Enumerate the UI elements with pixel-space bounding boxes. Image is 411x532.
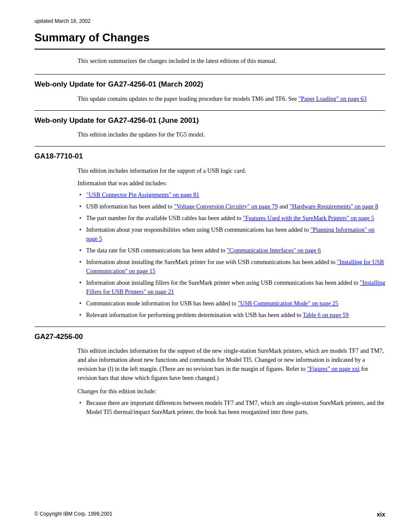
ga27-changes-intro: Changes for this edition include: [78, 387, 385, 396]
responsibilities-text: Information about your responsibilities … [86, 227, 310, 233]
ga27-bullet1: Because there are important differences … [86, 400, 384, 415]
hardware-req-link[interactable]: "Hardware Requirements" on page 8 [290, 203, 378, 210]
figures-link[interactable]: "Figures" on page xxi [307, 366, 359, 372]
list-item: Information about installing fillers for… [78, 278, 385, 296]
list-item: Information about your responsibilities … [78, 225, 385, 243]
divider-4 [34, 327, 385, 327]
page-title: Summary of Changes [34, 29, 385, 50]
intro-text: This section summarizes the changes incl… [78, 56, 385, 65]
list-item: USB information has been added to "Volta… [78, 202, 385, 211]
ga18-bullet-list: "USB Connector Pin Assignments" on page … [78, 190, 385, 320]
installing-text: Information about installing the SureMar… [86, 259, 337, 265]
usb-connector-link[interactable]: "USB Connector Pin Assignments" on page … [86, 192, 199, 198]
section-heading-ga27: GA27-4256-00 [34, 331, 385, 342]
communication-interfaces-link[interactable]: "Communication Interfaces" on page 6 [227, 247, 321, 254]
comm-mode-text: Communication mode information for USB h… [86, 300, 238, 307]
data-rate-text: The data rate for USB communications has… [86, 247, 227, 254]
list-item: The part number for the available USB ca… [78, 214, 385, 223]
list-item: Communication mode information for USB h… [78, 299, 385, 308]
part-number-text: The part number for the available USB ca… [86, 215, 243, 221]
web-march-text: This update contains updates to the pape… [78, 96, 299, 102]
section-content-web-march-2002: This update contains updates to the pape… [78, 94, 385, 103]
section-heading-ga18: GA18-7710-01 [34, 151, 385, 162]
updated-date: updated March 18, 2002 [34, 17, 385, 25]
ga18-intro1: This edition includes information for th… [78, 166, 385, 175]
ga27-para1: This edition includes information for th… [78, 346, 385, 383]
voltage-conversion-link[interactable]: "Voltage Conversion Circuitry" on page 7… [174, 203, 278, 210]
section-content-ga18: This edition includes information for th… [78, 166, 385, 320]
divider-2 [34, 110, 385, 111]
section-heading-web-march-2002: Web-only Update for GA27-4256-01 (March … [34, 79, 385, 90]
section-heading-web-june-2001: Web-only Update for GA27-4256-01 (June 2… [34, 115, 385, 126]
list-item: The data rate for USB communications has… [78, 246, 385, 255]
web-june-text: This edition includes the updates for th… [78, 131, 205, 138]
table6-link[interactable]: Table 6 on page 59 [303, 312, 349, 318]
relevant-text: Relevant information for performing prob… [86, 312, 303, 318]
list-item: Because there are important differences … [78, 398, 385, 417]
divider-1 [34, 74, 385, 75]
and-text: and [278, 203, 290, 210]
ga27-bullet-list: Because there are important differences … [78, 398, 385, 417]
list-item: "USB Connector Pin Assignments" on page … [78, 190, 385, 199]
list-item: Relevant information for performing prob… [78, 311, 385, 320]
features-used-link[interactable]: "Features Used with the SureMark Printer… [243, 215, 374, 221]
usb-info-text: USB information has been added to [86, 203, 174, 210]
section-content-web-june-2001: This edition includes the updates for th… [78, 130, 385, 139]
usb-comm-mode-link[interactable]: "USB Communication Mode" on page 25 [238, 300, 338, 307]
section-content-ga27: This edition includes information for th… [78, 346, 385, 417]
fillers-text: Information about installing fillers for… [86, 280, 360, 286]
list-item: Information about installing the SureMar… [78, 258, 385, 276]
paper-loading-link[interactable]: "Paper Loading" on page 63 [299, 96, 367, 102]
divider-3 [34, 146, 385, 146]
ga18-intro2: Information that was added includes: [78, 179, 385, 188]
